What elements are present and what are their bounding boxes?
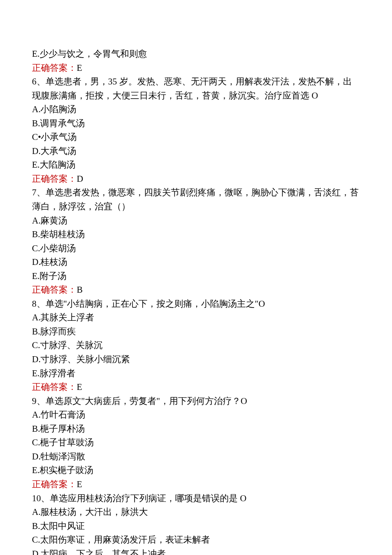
q9-option-e: E.枳实梔子豉汤 (32, 463, 360, 477)
q6-answer: 正确答案：D (32, 172, 360, 186)
q5-answer: 正确答案：E (32, 61, 360, 75)
q8-option-c: C.寸脉浮、关脉沉 (32, 338, 360, 352)
q9-option-b: B.梔子厚朴汤 (32, 422, 360, 436)
q10-option-c: C.太阳伤寒证，用麻黄汤发汗后，表证未解者 (32, 533, 360, 547)
q7-stem: 7、单选患者发热，微恶寒，四肢关节剧烈疼痛，微呕，胸胁心下微满，舌淡红，苔薄白，… (32, 186, 360, 213)
q9-answer: 正确答案：E (32, 477, 360, 491)
q10-option-d: D.太阳病，下之后，其气不上冲者 (32, 547, 360, 555)
q9-stem: 9、单选原文"大病瘥后，劳复者"，用下列何方治疗？O (32, 394, 360, 408)
q8-option-e: E.脉浮滑者 (32, 366, 360, 381)
document-page: E.少少与饮之，令胃气和则愈 正确答案：E 6、单选患者，男，35 岁。发热、恶… (0, 0, 392, 555)
q6-option-c: C•小承气汤 (32, 130, 360, 144)
q8-option-d: D.寸脉浮、关脉小细沉紧 (32, 352, 360, 366)
q8-option-a: A.其脉关上浮者 (32, 311, 360, 325)
answer-label: 正确答案： (32, 63, 77, 73)
q6-stem: 6、单选患者，男，35 岁。发热、恶寒、无汗两天，用解表发汗法，发热不解，出现腹… (32, 75, 360, 102)
answer-label: 正确答案： (32, 285, 77, 295)
q6-option-a: A.小陷胸汤 (32, 102, 360, 116)
answer-label: 正确答案： (32, 382, 77, 392)
answer-value: B (77, 285, 83, 295)
answer-value: D (77, 174, 83, 184)
q8-stem: 8、单选"小结胸病，正在心下，按之则痛，小陷胸汤主之″O (32, 297, 360, 311)
q6-option-e: E.大陷胸汤 (32, 158, 360, 172)
answer-value: E (77, 479, 82, 489)
q5-option-e: E.少少与饮之，令胃气和则愈 (32, 47, 360, 61)
q7-option-d: D.桂枝汤 (32, 255, 360, 269)
q7-option-c: C.小柴胡汤 (32, 241, 360, 256)
q10-option-a: A.服桂枝汤，大汗出，脉洪大 (32, 505, 360, 519)
q6-option-b: B.调胃承气汤 (32, 116, 360, 131)
q9-option-d: D.牡蛎泽泻散 (32, 450, 360, 464)
q10-option-b: B.太阳中风证 (32, 519, 360, 533)
q8-answer: 正确答案：E (32, 380, 360, 394)
q10-stem: 10、单选应用桂枝汤治疗下列病证，哪项是错误的是 O (32, 491, 360, 506)
q7-option-e: E.附子汤 (32, 269, 360, 283)
q6-option-d: D.大承气汤 (32, 144, 360, 158)
answer-label: 正确答案： (32, 479, 77, 489)
answer-label: 正确答案： (32, 174, 77, 184)
q7-option-a: A.麻黄汤 (32, 214, 360, 228)
q9-option-a: A.竹叶石膏汤 (32, 408, 360, 422)
answer-value: E (77, 382, 82, 392)
answer-value: E (77, 63, 82, 73)
q9-option-c: C.梔子甘草豉汤 (32, 436, 360, 450)
q7-answer: 正确答案：B (32, 283, 360, 297)
q8-option-b: B.脉浮而疾 (32, 325, 360, 339)
q7-option-b: B.柴胡桂枝汤 (32, 227, 360, 241)
